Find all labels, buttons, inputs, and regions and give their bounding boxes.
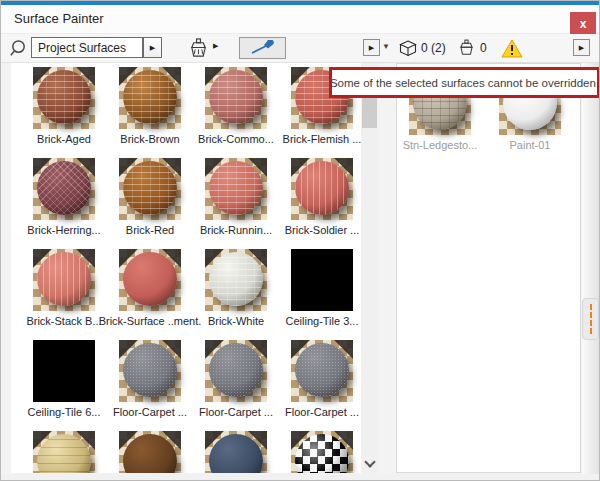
surface-item[interactable]: Brick-Soldier ... [279, 158, 361, 249]
surface-thumbnail[interactable] [205, 340, 267, 402]
override-warning-tooltip: Some of the selected surfaces cannot be … [329, 67, 600, 98]
expand-right-panel-button[interactable]: ▶ [573, 39, 590, 56]
surface-item[interactable]: Floor-Carpet ... [279, 340, 361, 431]
surface-item[interactable]: Brick-Brown [107, 67, 193, 158]
surface-set-input[interactable] [31, 37, 143, 58]
panel-resize-grip[interactable] [582, 298, 599, 340]
surface-item[interactable]: Brick-Aged [21, 67, 107, 158]
scrollbar-thumb[interactable] [362, 98, 377, 128]
surface-item[interactable]: Ceiling-Tile 6... [21, 340, 107, 431]
surface-thumbnail[interactable] [33, 340, 95, 402]
material-sphere [123, 343, 177, 397]
chevron-down-icon [364, 456, 375, 467]
material-sphere [37, 161, 91, 215]
right-edge-strip [582, 63, 600, 474]
surface-item-label: Stn-Ledgesto... [403, 139, 478, 151]
surface-thumbnail[interactable] [33, 67, 95, 129]
surface-item[interactable]: Paint-01 [491, 73, 569, 472]
material-sphere [295, 161, 349, 215]
titlebar[interactable]: Surface Painter x [1, 5, 599, 34]
surface-item-label: Brick-Brown [120, 133, 179, 145]
surface-thumbnail[interactable] [291, 431, 353, 473]
material-sphere [123, 252, 177, 306]
surface-item-label: Brick-Commo... [198, 133, 274, 145]
surface-item-label: Brick-Stack B... [26, 315, 101, 327]
surface-item[interactable]: Brick-Herring... [21, 158, 107, 249]
material-sphere [295, 343, 349, 397]
surface-thumbnail[interactable] [33, 431, 95, 473]
surface-painter-window: Surface Painter x ▶ ▶ ▶ ▼ [0, 0, 600, 481]
surface-item[interactable]: Brick-Runnin... [193, 158, 279, 249]
painted-count: 0 [480, 41, 487, 55]
surface-item-label: Brick-Runnin... [200, 224, 272, 236]
surface-item[interactable]: Brick-Stack B... [21, 249, 107, 340]
selected-elements-cube-icon [399, 40, 417, 57]
material-sphere [37, 252, 91, 306]
surface-thumbnail[interactable] [205, 158, 267, 220]
surface-thumbnail[interactable] [119, 67, 181, 129]
surface-thumbnail[interactable] [119, 249, 181, 311]
material-sphere [209, 252, 263, 306]
surface-set-dropdown-button[interactable]: ▶ [143, 37, 162, 58]
eyedropper-icon [246, 40, 280, 56]
material-sphere [123, 434, 177, 473]
surface-item[interactable]: Brick-Commo... [193, 67, 279, 158]
surface-item-label: Paint-01 [510, 139, 551, 151]
surface-item-label: Ceiling-Tile 6... [28, 406, 101, 418]
surface-thumbnail[interactable] [291, 158, 353, 220]
brush-options-arrow[interactable]: ▶ [213, 42, 218, 50]
material-sphere [123, 161, 177, 215]
paint-brush-icon[interactable] [187, 38, 210, 59]
surface-item[interactable] [21, 431, 107, 473]
toolbar: ▶ ▶ ▶ ▼ 0 (2) 0 [1, 34, 599, 63]
surface-thumbnail[interactable] [119, 431, 181, 473]
material-sphere [37, 70, 91, 124]
warning-icon[interactable] [501, 39, 523, 58]
selected-count: 0 (2) [421, 41, 446, 55]
vertical-scrollbar[interactable] [361, 63, 378, 473]
expand-left-panel-button[interactable]: ▶ [363, 39, 380, 56]
window-title: Surface Painter [14, 11, 104, 26]
material-sphere [123, 70, 177, 124]
surface-item-label: Brick-Surface ..ment. [99, 315, 202, 327]
grip-dashes-icon [590, 304, 592, 334]
surface-item[interactable] [279, 431, 361, 473]
surface-catalog-grid: Brick-AgedBrick-BrownBrick-Commo...Brick… [11, 63, 361, 473]
material-sphere [209, 434, 263, 473]
material-sphere [209, 343, 263, 397]
surface-item[interactable] [193, 431, 279, 473]
surface-item-label: Brick-Red [126, 224, 174, 236]
surface-thumbnail[interactable] [33, 158, 95, 220]
surface-item-label: Brick-Aged [37, 133, 91, 145]
surface-thumbnail[interactable] [119, 158, 181, 220]
surface-thumbnail[interactable] [291, 340, 353, 402]
surface-item-label: Floor-Carpet ... [113, 406, 187, 418]
surface-thumbnail[interactable] [291, 249, 353, 311]
scroll-down-button[interactable] [361, 455, 378, 471]
surface-thumbnail[interactable] [205, 431, 267, 473]
surface-item-label: Ceiling-Tile 3... [286, 315, 359, 327]
surface-item-label: Brick-Flemish ... [283, 133, 361, 145]
surface-item[interactable]: Floor-Carpet ... [193, 340, 279, 431]
surface-item[interactable]: Brick-Surface ..ment. [107, 249, 193, 340]
surface-thumbnail[interactable] [33, 249, 95, 311]
surface-thumbnail[interactable] [205, 249, 267, 311]
material-sphere [37, 434, 91, 473]
selected-surfaces-panel: Stn-Ledgesto...Paint-01 [396, 63, 581, 473]
material-sphere [209, 161, 263, 215]
surface-item-label: Brick-Soldier ... [285, 224, 360, 236]
material-sphere [295, 434, 349, 473]
surface-item-label: Brick-Herring... [27, 224, 100, 236]
surface-item[interactable]: Stn-Ledgesto... [401, 73, 479, 472]
surface-thumbnail[interactable] [119, 340, 181, 402]
surface-picker-button[interactable] [239, 37, 286, 59]
surface-item-label: Floor-Carpet ... [199, 406, 273, 418]
surface-item[interactable]: Ceiling-Tile 3... [279, 249, 361, 340]
surface-item[interactable] [107, 431, 193, 473]
panel-options-caret[interactable]: ▼ [382, 42, 390, 51]
surface-item[interactable]: Floor-Carpet ... [107, 340, 193, 431]
surface-item[interactable]: Brick-Red [107, 158, 193, 249]
surface-item-label: Floor-Carpet ... [285, 406, 359, 418]
surface-item[interactable]: Brick-White [193, 249, 279, 340]
surface-thumbnail[interactable] [205, 67, 267, 129]
